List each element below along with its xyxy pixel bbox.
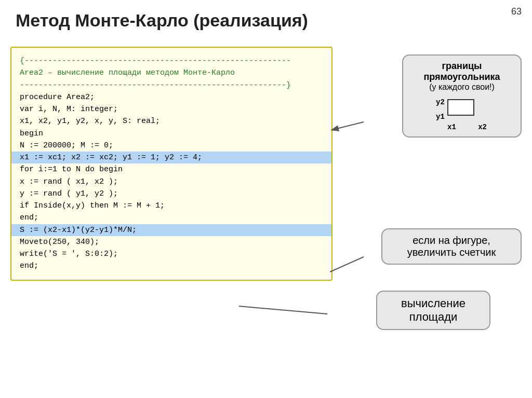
code-line-2: var i, N, M: integer; (20, 103, 323, 115)
callout-bounds-line1: границы (411, 61, 512, 72)
diagram-rect (447, 99, 474, 116)
callout-bounds: границы прямоугольника (у каждого свои!)… (402, 54, 522, 138)
code-comment-1: {---------------------------------------… (20, 55, 323, 67)
svg-line-2 (239, 306, 327, 314)
code-block: {---------------------------------------… (10, 47, 332, 281)
code-line-13: Moveto(250, 340); (20, 236, 323, 248)
code-line-5: N := 200000; M := 0; (20, 140, 323, 152)
code-line-8: x := rand ( x1, x2 ); (20, 176, 323, 188)
page-title: Метод Монте-Карло (реализация) (16, 10, 308, 31)
diagram-x1-label: x1 (447, 123, 456, 131)
callout-counter-line2: увеличить счетчик (391, 246, 512, 258)
svg-line-1 (330, 257, 364, 272)
callout-bounds-line2: прямоугольника (411, 72, 512, 83)
code-line-4: begin (20, 128, 323, 140)
code-comment-3: ----------------------------------------… (20, 79, 323, 91)
code-line-14: write('S = ', S:0:2); (20, 248, 323, 260)
code-line-15: end; (20, 260, 323, 272)
callout-counter-line1: если на фигуре, (391, 235, 512, 246)
code-line-10: if Inside(x,y) then M := M + 1; (20, 200, 323, 212)
svg-line-0 (332, 122, 364, 130)
callout-counter: если на фигуре, увеличить счетчик (381, 228, 522, 265)
callout-bounds-line3: (у каждого свои!) (411, 83, 512, 92)
page-number: 63 (511, 6, 522, 17)
callout-area: вычисление площади (376, 291, 490, 330)
code-line-3: x1, x2, y1, y2, x, y, S: real; (20, 115, 323, 127)
code-line-7: for i:=1 to N do begin (20, 163, 323, 175)
code-line-11: end; (20, 212, 323, 224)
diagram-y2-label: y2 (436, 98, 445, 106)
callout-area-line1: вычисление (385, 297, 481, 310)
code-line-12-highlighted: S := (x2-x1)*(y2-y1)*M/N; (11, 224, 331, 236)
callout-area-line2: площади (385, 310, 481, 324)
diagram-x2-label: x2 (478, 123, 487, 131)
code-line-1: procedure Area2; (20, 91, 323, 103)
code-line-6-highlighted: x1 := xc1; x2 := xc2; y1 := 1; y2 := 4; (11, 152, 331, 163)
code-line-9: y := rand ( y1, y2 ); (20, 188, 323, 200)
code-comment-2: Area2 – вычисление площади методом Монте… (20, 67, 323, 79)
diagram-y1-label: y1 (436, 113, 445, 121)
